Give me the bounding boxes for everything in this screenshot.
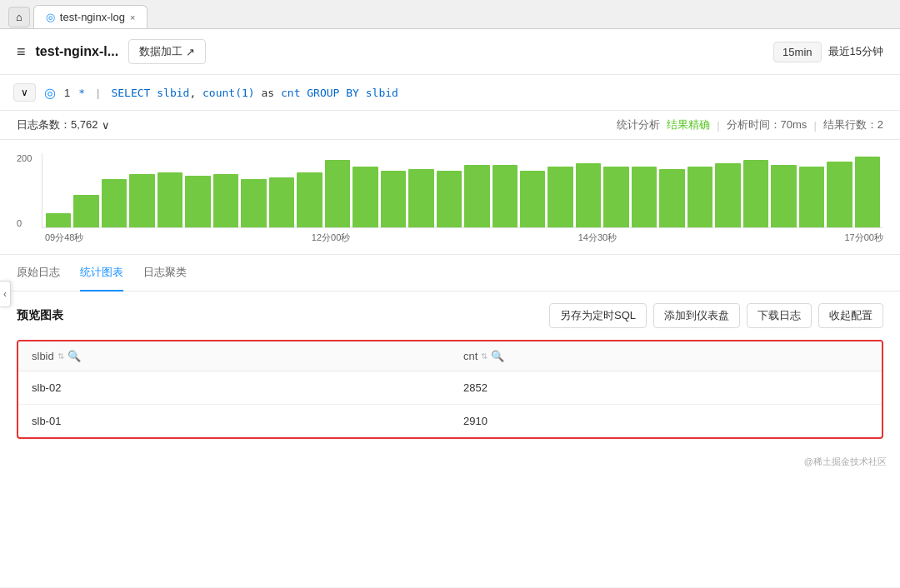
search-icon-cnt[interactable]: 🔍 [491, 350, 504, 362]
stats-rows-label: 结果行数：2 [823, 117, 883, 132]
query-sql[interactable]: SELECT slbid, count(1) as cnt GROUP BY s… [111, 87, 398, 99]
col-cnt-label: cnt [463, 350, 478, 362]
chart-bar [213, 174, 238, 227]
chart-x-label: 09分48秒 [45, 232, 83, 244]
chart-x-label: 14分30秒 [578, 232, 617, 244]
col-header-cnt: cnt ⇅ 🔍 [450, 341, 882, 371]
sort-icon-cnt[interactable]: ⇅ [481, 351, 488, 361]
chart-bar [576, 163, 601, 227]
tab-chart[interactable]: 统计图表 [80, 255, 123, 292]
chart-y-max: 200 [17, 153, 32, 163]
cell-slbid: slb-02 [18, 371, 450, 405]
data-btn-label: 数据加工 [139, 44, 182, 59]
home-button[interactable]: ⌂ [8, 7, 30, 27]
external-link-icon: ↗ [186, 46, 195, 58]
tab-raw[interactable]: 原始日志 [17, 255, 60, 292]
chart-bar [46, 213, 71, 227]
chart-bar [352, 167, 378, 227]
action-button[interactable]: 收起配置 [818, 303, 883, 328]
field-slbid: slbid [157, 87, 189, 99]
tab-cluster[interactable]: 日志聚类 [143, 255, 187, 292]
chart-bar [73, 195, 98, 227]
cell-cnt: 2852 [450, 371, 882, 405]
chart-bars [42, 153, 883, 228]
preview-actions: 另存为定时SQL添加到仪表盘下载日志收起配置 [549, 303, 883, 328]
query-pipe: | [97, 87, 99, 99]
tabs-nav: 原始日志统计图表日志聚类 [0, 255, 900, 292]
keyword-by: BY [346, 87, 359, 99]
keyword-as: as [262, 87, 275, 99]
col-slbid-label: slbid [32, 350, 54, 362]
col-header-slbid: slbid ⇅ 🔍 [18, 341, 450, 371]
chart-x-labels: 09分48秒12分00秒14分30秒17分00秒 [45, 232, 883, 244]
table-body: slb-022852slb-012910 [18, 371, 882, 438]
chart-x-label: 12分00秒 [312, 232, 350, 244]
chart-bar [241, 179, 266, 227]
field-slbid-group: slbid [366, 87, 398, 99]
home-icon: ⌂ [16, 11, 22, 23]
chart-bar [464, 165, 489, 227]
data-table: slbid ⇅ 🔍 cnt ⇅ 🔍 [18, 341, 882, 437]
tabs-section: 原始日志统计图表日志聚类 [0, 255, 900, 292]
action-button[interactable]: 下载日志 [747, 303, 812, 328]
chart-bar [603, 167, 628, 227]
action-button[interactable]: 添加到仪表盘 [653, 303, 740, 328]
chart-bar [185, 176, 210, 227]
chart-bar [659, 169, 684, 227]
search-icon-slbid[interactable]: 🔍 [68, 350, 81, 362]
tab-icon: ◎ [46, 11, 55, 23]
sort-icon-slbid[interactable]: ⇅ [58, 351, 64, 361]
cell-slbid: slb-01 [18, 405, 450, 438]
table-header: slbid ⇅ 🔍 cnt ⇅ 🔍 [18, 341, 882, 371]
active-tab[interactable]: ◎ test-nginx-log × [33, 5, 148, 28]
chart-bar [855, 157, 880, 227]
stats-bar: 日志条数：5,762 ∨ 统计分析 结果精确 | 分析时间：70ms | 结果行… [0, 111, 900, 140]
chart-bar [799, 167, 824, 227]
tab-close-icon[interactable]: × [130, 12, 135, 22]
chart-bar [688, 167, 712, 227]
chart-container: 09分48秒12分00秒14分30秒17分00秒 [42, 153, 883, 244]
chart-area: 200 0 09分48秒12分00秒14分30秒17分00秒 [0, 140, 900, 255]
stack-icon: ≡ [17, 43, 26, 61]
top-header: ≡ test-nginx-l... 数据加工 ↗ 15min 最近15分钟 [0, 29, 900, 75]
sidebar-toggle[interactable]: ‹ [0, 281, 11, 307]
chart-bar [743, 160, 768, 227]
chart-bar [269, 177, 294, 227]
chart-bar [408, 169, 433, 227]
chevron-down-icon: ∨ [21, 87, 28, 98]
stats-time-label: 分析时间：70ms [727, 117, 808, 132]
query-line-number: 1 [64, 87, 70, 99]
chart-bar [827, 162, 852, 227]
preview-title: 预览图表 [17, 308, 63, 323]
chart-bar [297, 172, 322, 227]
data-processing-button[interactable]: 数据加工 ↗ [128, 39, 206, 64]
stats-divider2: | [813, 119, 816, 132]
chart-bar [102, 179, 127, 227]
chart-bar [381, 171, 406, 227]
chart-bar [492, 165, 518, 227]
action-button[interactable]: 另存为定时SQL [549, 303, 647, 328]
query-collapse-button[interactable]: ∨ [13, 83, 36, 102]
time-badge[interactable]: 15min [773, 42, 821, 62]
log-count-label: 日志条数：5,762 [17, 117, 98, 132]
chart-bar [520, 171, 545, 227]
preview-section: 预览图表 另存为定时SQL添加到仪表盘下载日志收起配置 slbid ⇅ 🔍 [0, 292, 900, 451]
chart-bar [715, 163, 740, 227]
app-container: ‹ ≡ test-nginx-l... 数据加工 ↗ 15min 最近15分钟 … [0, 29, 900, 587]
watermark: @稀土掘金技术社区 [0, 451, 900, 473]
chart-bar [632, 167, 657, 227]
log-count[interactable]: 日志条数：5,762 ∨ [17, 117, 110, 132]
cell-cnt: 2910 [450, 405, 882, 438]
query-star: * [78, 87, 85, 99]
table-row: slb-022852 [18, 371, 882, 405]
preview-header: 预览图表 另存为定时SQL添加到仪表盘下载日志收起配置 [17, 303, 883, 328]
time-label: 最近15分钟 [828, 44, 883, 59]
stats-accuracy-label: 结果精确 [667, 117, 710, 132]
chart-bar [437, 171, 462, 227]
data-table-wrapper: slbid ⇅ 🔍 cnt ⇅ 🔍 [17, 340, 883, 439]
page-title: test-nginx-l... [36, 44, 119, 59]
query-refresh-icon[interactable]: ◎ [44, 85, 56, 101]
stats-analysis-label: 统计分析 [617, 117, 660, 132]
alias-cnt: cnt [281, 87, 300, 99]
stats-divider1: | [717, 119, 719, 132]
